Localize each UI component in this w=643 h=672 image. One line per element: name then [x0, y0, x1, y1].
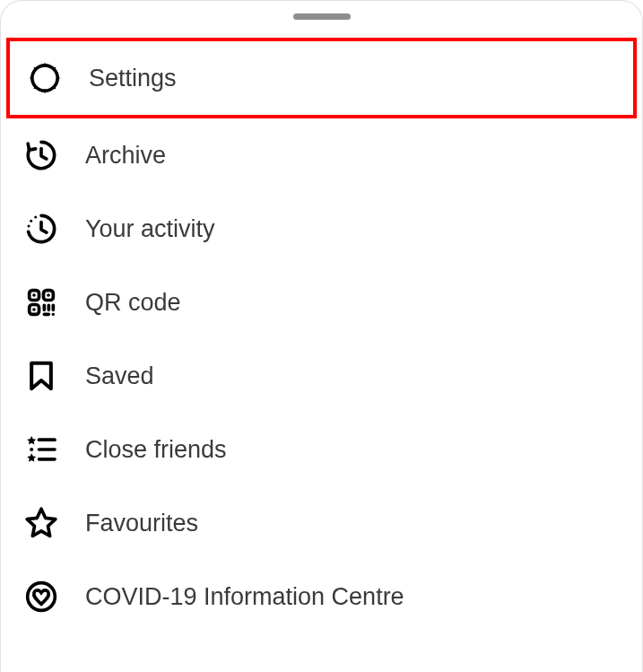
menu-item-saved[interactable]: Saved — [6, 339, 637, 413]
menu-item-favourites[interactable]: Favourites — [6, 486, 637, 560]
svg-point-0 — [32, 65, 57, 91]
menu-item-qrcode[interactable]: QR code — [6, 266, 637, 339]
gear-icon — [26, 59, 64, 97]
menu-label: Close friends — [85, 436, 227, 464]
svg-point-7 — [32, 293, 36, 297]
svg-point-14 — [30, 448, 33, 451]
star-icon — [22, 504, 60, 542]
menu-label: Favourites — [85, 510, 198, 537]
qrcode-icon — [22, 284, 60, 321]
menu-label: Archive — [85, 142, 166, 170]
menu-label: Your activity — [85, 215, 215, 243]
drag-handle[interactable] — [293, 13, 351, 20]
bookmark-icon — [22, 357, 60, 395]
svg-point-9 — [32, 308, 36, 311]
activity-icon — [22, 210, 60, 248]
svg-point-2 — [30, 220, 32, 223]
menu-item-archive[interactable]: Archive — [6, 118, 637, 192]
menu-label: COVID-19 Information Centre — [85, 583, 404, 611]
bottom-sheet: Settings Archive — [0, 0, 643, 672]
close-friends-icon — [22, 431, 60, 468]
menu-label: Saved — [85, 362, 154, 390]
menu-item-settings[interactable]: Settings — [10, 41, 633, 115]
menu-label: QR code — [85, 289, 181, 317]
menu-item-activity[interactable]: Your activity — [6, 192, 637, 266]
svg-point-3 — [34, 216, 37, 219]
archive-icon — [22, 136, 60, 174]
menu-item-covid-info[interactable]: COVID-19 Information Centre — [6, 560, 637, 633]
svg-point-1 — [28, 225, 30, 228]
highlight-settings: Settings — [6, 38, 637, 118]
menu-list: Archive Your activity — [1, 118, 642, 633]
menu-item-close-friends[interactable]: Close friends — [6, 413, 637, 486]
svg-point-8 — [47, 293, 50, 297]
svg-point-10 — [52, 313, 55, 316]
menu-label: Settings — [89, 65, 177, 92]
heart-circle-icon — [22, 578, 60, 615]
